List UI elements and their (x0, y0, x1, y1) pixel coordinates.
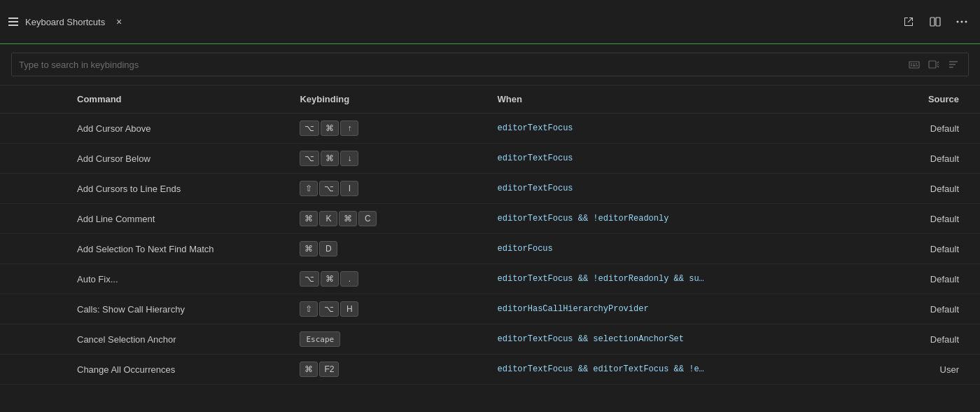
svg-rect-1 (936, 18, 940, 26)
key-badge: C (358, 211, 377, 226)
when-cell: editorTextFocus (486, 174, 867, 204)
key-badge: ⌥ (300, 271, 319, 287)
source-cell: Default (866, 114, 980, 144)
source-cell: Default (866, 324, 980, 355)
keybinding-column-header: Keybinding (288, 85, 486, 114)
key-badge: I (340, 181, 358, 196)
key-badge: ⌥ (300, 121, 319, 136)
svg-rect-12 (929, 61, 936, 68)
svg-line-13 (937, 62, 939, 63)
table-row[interactable]: Auto Fix...⌥⌘.editorTextFocus && !editor… (0, 264, 980, 294)
svg-point-3 (961, 21, 963, 23)
when-cell: editorFocus (486, 234, 867, 264)
command-cell: Add Line Comment (0, 204, 288, 234)
source-cell: Default (866, 144, 980, 174)
key-badge: ⌘ (321, 121, 339, 136)
svg-rect-7 (913, 64, 915, 65)
source-cell: User (866, 355, 980, 385)
table-row[interactable]: Change All Occurrences⌘F2editorTextFocus… (0, 355, 980, 385)
key-badge: D (319, 241, 337, 256)
when-cell: editorTextFocus && selectionAnchorSet (486, 324, 867, 355)
key-badge: ⇧ (300, 301, 318, 317)
keybinding-cell: ⌥⌘↑ (288, 114, 486, 144)
title-bar: Keyboard Shortcuts × (0, 0, 980, 44)
when-cell: editorTextFocus (486, 144, 867, 174)
keybinding-cell: ⌘F2 (288, 355, 486, 385)
svg-rect-6 (911, 64, 912, 65)
command-cell: Add Cursors to Line Ends (0, 174, 288, 204)
command-cell: Add Selection To Next Find Match (0, 234, 288, 264)
source-cell: Default (866, 234, 980, 264)
svg-point-4 (965, 21, 967, 23)
command-column-header: Command (0, 85, 288, 114)
keybinding-cell: Escape (288, 324, 486, 355)
when-cell: editorTextFocus && editorTextFocus && !e… (486, 355, 867, 385)
svg-point-2 (957, 21, 959, 23)
menu-icon[interactable] (8, 18, 18, 26)
command-cell: Auto Fix... (0, 264, 288, 294)
search-input[interactable] (19, 60, 906, 70)
svg-rect-8 (916, 64, 917, 65)
source-cell: Default (866, 264, 980, 294)
key-badge: ⌥ (300, 151, 319, 166)
key-badge: ↓ (340, 151, 358, 166)
when-cell: editorHasCallHierarchyProvider (486, 294, 867, 324)
key-badge: ⌘ (321, 271, 339, 287)
shortcuts-table-container: Command Keybinding When Source Add Curso… (0, 85, 980, 412)
shortcuts-table: Command Keybinding When Source Add Curso… (0, 85, 980, 385)
title-bar-left: Keyboard Shortcuts × (8, 15, 126, 29)
svg-line-15 (937, 66, 939, 67)
key-badge: . (340, 271, 358, 287)
keybinding-cell: ⇧⌥H (288, 294, 486, 324)
search-icons (906, 57, 961, 72)
command-cell: Add Cursor Above (0, 114, 288, 144)
command-cell: Cancel Selection Anchor (0, 324, 288, 355)
more-actions-icon[interactable] (952, 12, 972, 32)
keyboard-icon[interactable] (906, 57, 922, 72)
when-column-header: When (486, 85, 867, 114)
search-input-wrapper[interactable] (11, 53, 969, 76)
source-column-header: Source (866, 85, 980, 114)
key-badge: ⌘ (300, 211, 318, 226)
svg-rect-5 (909, 62, 919, 68)
window-title: Keyboard Shortcuts (25, 17, 105, 27)
svg-rect-0 (930, 18, 934, 26)
key-badge: Escape (300, 331, 340, 347)
table-row[interactable]: Add Cursor Below⌥⌘↓editorTextFocusDefaul… (0, 144, 980, 174)
table-row[interactable]: Add Selection To Next Find Match⌘Deditor… (0, 234, 980, 264)
source-cell: Default (866, 204, 980, 234)
key-badge: ⌥ (319, 301, 339, 317)
key-badge: ⌥ (319, 181, 339, 196)
table-row[interactable]: Add Cursor Above⌥⌘↑editorTextFocusDefaul… (0, 114, 980, 144)
open-in-editor-icon[interactable] (899, 12, 918, 32)
command-cell: Calls: Show Call Hierarchy (0, 294, 288, 324)
key-badge: ⇧ (300, 181, 318, 196)
table-row[interactable]: Add Cursors to Line Ends⇧⌥IeditorTextFoc… (0, 174, 980, 204)
key-badge: F2 (319, 362, 339, 377)
keybinding-cell: ⌘D (288, 234, 486, 264)
svg-rect-10 (913, 65, 916, 67)
record-keys-icon[interactable] (926, 57, 941, 72)
table-row[interactable]: Calls: Show Call Hierarchy⇧⌥HeditorHasCa… (0, 294, 980, 324)
key-badge: H (340, 301, 358, 317)
when-cell: editorTextFocus && !editorReadonly && su… (486, 264, 867, 294)
keybinding-cell: ⌥⌘↓ (288, 144, 486, 174)
close-button[interactable]: × (112, 15, 126, 29)
table-header-row: Command Keybinding When Source (0, 85, 980, 114)
svg-rect-11 (916, 65, 918, 67)
keybinding-cell: ⌥⌘. (288, 264, 486, 294)
table-row[interactable]: Cancel Selection AnchorEscapeeditorTextF… (0, 324, 980, 355)
keybinding-cell: ⌘K⌘C (288, 204, 486, 234)
split-editor-icon[interactable] (925, 12, 945, 32)
title-bar-right (899, 12, 972, 32)
source-cell: Default (866, 294, 980, 324)
command-cell: Change All Occurrences (0, 355, 288, 385)
command-cell: Add Cursor Below (0, 144, 288, 174)
keybinding-cell: ⇧⌥I (288, 174, 486, 204)
svg-rect-9 (911, 65, 912, 67)
sort-icon[interactable] (946, 57, 961, 72)
table-row[interactable]: Add Line Comment⌘K⌘CeditorTextFocus && !… (0, 204, 980, 234)
when-cell: editorTextFocus (486, 114, 867, 144)
search-area (0, 44, 980, 85)
key-badge: ⌘ (321, 151, 339, 166)
